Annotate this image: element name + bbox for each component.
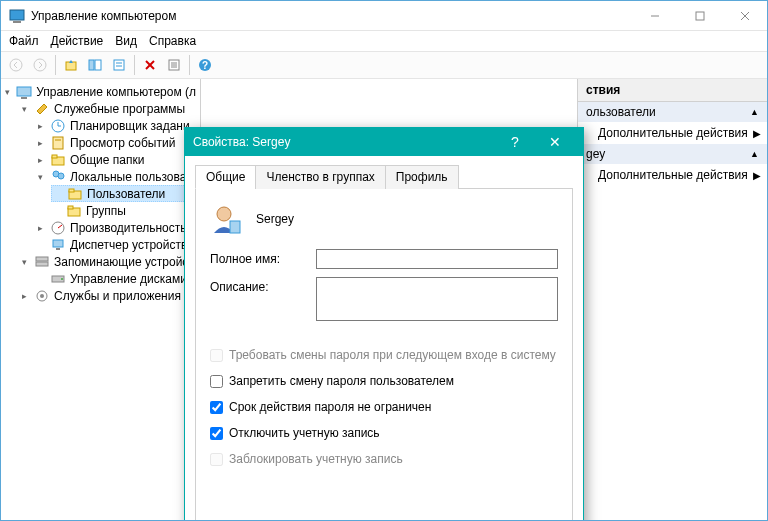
menu-help[interactable]: Справка [149, 34, 196, 48]
collapse-icon[interactable]: ▾ [3, 86, 12, 97]
svg-rect-34 [69, 189, 74, 192]
check-disabled[interactable]: Отключить учетную запись [210, 424, 558, 442]
expand-icon[interactable]: ▸ [35, 222, 46, 233]
show-hide-tree-button[interactable] [84, 54, 106, 76]
username-label: Sergey [256, 212, 294, 226]
svg-rect-1 [13, 21, 21, 23]
cannotchange-checkbox[interactable] [210, 375, 223, 388]
tree-localusers[interactable]: ▾Локальные пользоват [35, 168, 200, 185]
check-mustchange: Требовать смены пароля при следующем вхо… [210, 346, 558, 364]
window-title: Управление компьютером [31, 9, 632, 23]
actions-section-sergey[interactable]: gey▲ [578, 144, 767, 164]
storage-icon [34, 254, 50, 270]
properties-button[interactable] [108, 54, 130, 76]
tab-memberof[interactable]: Членство в группах [255, 165, 385, 189]
tree-services[interactable]: ▸Службы и приложения [19, 287, 200, 304]
menu-view[interactable]: Вид [115, 34, 137, 48]
tree-utilities[interactable]: ▾ Служебные программы [19, 100, 200, 117]
collapse-icon[interactable]: ▾ [19, 256, 30, 267]
dialog-titlebar: Свойства: Sergey ? ✕ [185, 128, 583, 156]
check-locked: Заблокировать учетную запись [210, 450, 558, 468]
app-icon [9, 8, 25, 24]
expand-icon[interactable]: ▸ [19, 290, 30, 301]
svg-point-6 [10, 59, 22, 71]
svg-point-46 [40, 294, 44, 298]
device-icon [50, 237, 66, 253]
expand-icon[interactable]: ▸ [35, 120, 46, 131]
tree-users[interactable]: Пользователи [51, 185, 200, 202]
svg-rect-41 [36, 257, 48, 261]
tree-performance[interactable]: ▸Производительность [35, 219, 200, 236]
submenu-arrow-icon: ▶ [753, 128, 761, 139]
disk-icon [50, 271, 66, 287]
check-neverexpires[interactable]: Срок действия пароля не ограничен [210, 398, 558, 416]
clock-icon [50, 118, 66, 134]
delete-button[interactable] [139, 54, 161, 76]
menubar: Файл Действие Вид Справка [1, 31, 767, 51]
collapse-icon[interactable]: ▾ [19, 103, 30, 114]
folder-icon [66, 203, 82, 219]
svg-rect-30 [52, 155, 57, 158]
svg-rect-42 [36, 262, 48, 266]
export-button[interactable] [163, 54, 185, 76]
minimize-button[interactable] [632, 1, 677, 30]
svg-rect-0 [10, 10, 24, 20]
svg-rect-11 [114, 60, 124, 70]
tree-sharedfolders[interactable]: ▸Общие папки [35, 151, 200, 168]
actions-more-1[interactable]: Дополнительные действия▶ [578, 122, 767, 144]
tree-groups[interactable]: Группы [51, 202, 200, 219]
actions-more-2[interactable]: Дополнительные действия▶ [578, 164, 767, 186]
close-button[interactable] [722, 1, 767, 30]
tree-storage[interactable]: ▾Запоминающие устройс [19, 253, 200, 270]
performance-icon [50, 220, 66, 236]
svg-point-47 [217, 207, 231, 221]
maximize-button[interactable] [677, 1, 722, 30]
check-cannotchange[interactable]: Запретить смену пароля пользователем [210, 372, 558, 390]
description-input[interactable] [316, 277, 558, 321]
toolbar-separator [134, 55, 135, 75]
tree-scheduler[interactable]: ▸Планировщик задани [35, 117, 200, 134]
svg-rect-22 [17, 87, 31, 96]
description-label: Описание: [210, 277, 310, 294]
help-button[interactable]: ? [194, 54, 216, 76]
tree-diskmgmt[interactable]: Управление дисками [35, 270, 200, 287]
tree-pane: ▾ Управление компьютером (л ▾ Служебные … [1, 79, 201, 520]
expand-icon[interactable]: ▸ [35, 154, 46, 165]
svg-rect-10 [95, 60, 101, 70]
expand-icon[interactable]: ▸ [35, 137, 46, 148]
collapse-icon[interactable]: ▾ [35, 171, 46, 182]
actions-section-users[interactable]: ользователи▲ [578, 102, 767, 122]
toolbar-separator [55, 55, 56, 75]
fullname-input[interactable] [316, 249, 558, 269]
up-button[interactable] [60, 54, 82, 76]
neverexpires-checkbox[interactable] [210, 401, 223, 414]
menu-file[interactable]: Файл [9, 34, 39, 48]
tree-devicemgr[interactable]: Диспетчер устройств [35, 236, 200, 253]
svg-rect-39 [53, 240, 63, 247]
titlebar: Управление компьютером [1, 1, 767, 31]
submenu-arrow-icon: ▶ [753, 170, 761, 181]
folder-icon [67, 186, 83, 202]
user-header: Sergey [210, 203, 558, 235]
dialog-close-button[interactable]: ✕ [535, 128, 575, 156]
event-icon [50, 135, 66, 151]
disabled-checkbox[interactable] [210, 427, 223, 440]
menu-action[interactable]: Действие [51, 34, 104, 48]
svg-rect-9 [89, 60, 94, 70]
user-icon [210, 203, 242, 235]
description-row: Описание: [210, 277, 558, 324]
nav-forward-button [29, 54, 51, 76]
actions-pane: ствия ользователи▲ Дополнительные действ… [577, 79, 767, 520]
fullname-label: Полное имя: [210, 249, 310, 266]
tree[interactable]: ▾ Управление компьютером (л ▾ Служебные … [1, 83, 200, 304]
tab-general[interactable]: Общие [195, 165, 256, 189]
tree-eventviewer[interactable]: ▸Просмотр событий [35, 134, 200, 151]
properties-dialog: Свойства: Sergey ? ✕ Общие Членство в гр… [184, 127, 584, 520]
tabstrip: Общие Членство в группах Профиль [195, 164, 573, 189]
tab-profile[interactable]: Профиль [385, 165, 459, 189]
tree-root[interactable]: ▾ Управление компьютером (л [3, 83, 200, 100]
dialog-help-button[interactable]: ? [495, 128, 535, 156]
svg-rect-27 [53, 137, 63, 149]
services-icon [34, 288, 50, 304]
actions-header: ствия [578, 79, 767, 102]
